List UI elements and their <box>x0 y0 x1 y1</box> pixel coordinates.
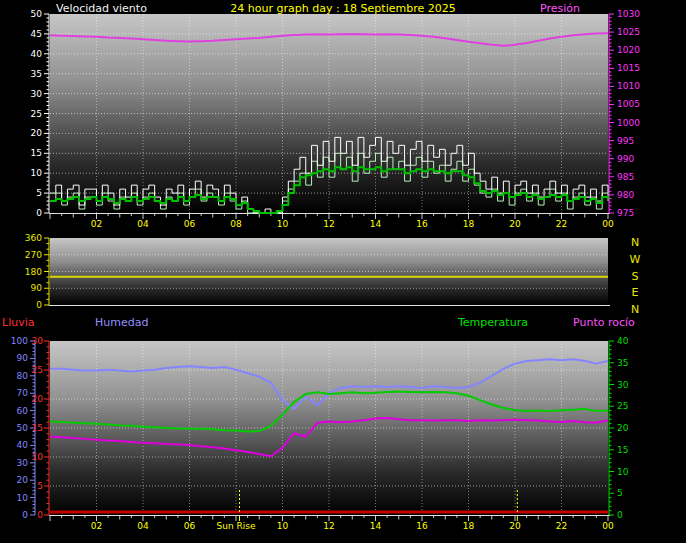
compass-letter-E-3: E <box>632 286 639 299</box>
humidity-tick-label: 0 <box>22 510 28 520</box>
pressure-tick-label: 980 <box>617 190 634 200</box>
temperature-tick-label: 5 <box>617 488 623 498</box>
humidity-tick-label: 10 <box>17 493 29 503</box>
x-tick-label-06: 06 <box>184 521 196 531</box>
pressure-tick-label: 1015 <box>617 63 640 73</box>
pressure-tick-label: 1005 <box>617 99 640 109</box>
wind-direction-tick-label: 180 <box>25 267 42 277</box>
humidity-tick-label: 90 <box>17 353 29 363</box>
x-tick-label-Sun Rise: Sun Rise <box>217 521 256 531</box>
wind-speed-tick-label: 15 <box>31 148 42 158</box>
temperature-label: Temperatura <box>458 316 528 329</box>
wind-direction-tick-label: 270 <box>25 250 42 260</box>
wind-direction-tick-label: 360 <box>25 233 42 243</box>
humidity-tick-label: 30 <box>17 458 29 468</box>
x-tick-label-14: 14 <box>370 521 382 531</box>
rain-tick-label: 0 <box>37 510 43 520</box>
humidity-tick-label: 20 <box>17 475 29 485</box>
x-tick-label-16: 16 <box>416 521 428 531</box>
humidity-tick-label: 50 <box>17 423 29 433</box>
rain-tick-label: 30 <box>32 336 44 346</box>
x-tick-label-02: 02 <box>91 521 102 531</box>
x-tick-label-06: 06 <box>184 219 196 229</box>
x-tick-label-20: 20 <box>509 219 521 229</box>
wind-direction-tick-label: 0 <box>36 300 42 310</box>
humidity-tick-label: 60 <box>17 406 29 416</box>
x-tick-label-18: 18 <box>463 521 475 531</box>
x-tick-label-00: 00 <box>602 521 614 531</box>
wind-speed-tick-label: 20 <box>31 128 43 138</box>
humidity-tick-label: 100 <box>11 336 28 346</box>
wind-speed-tick-label: 5 <box>36 188 42 198</box>
humidity-label: Humedad <box>95 316 148 329</box>
temperature-tick-label: 0 <box>617 510 623 520</box>
pressure-tick-label: 975 <box>617 208 634 218</box>
humidity-tick-label: 80 <box>17 371 29 381</box>
temperature-tick-label: 10 <box>617 467 629 477</box>
x-tick-label-12: 12 <box>323 521 334 531</box>
temperature-tick-label: 30 <box>617 380 629 390</box>
compass-letter-N-0: N <box>631 236 639 249</box>
pressure-label: Presión <box>540 2 580 15</box>
wind-speed-tick-label: 40 <box>31 49 43 59</box>
pressure-tick-label: 985 <box>617 172 634 182</box>
temperature-tick-label: 25 <box>617 401 628 411</box>
x-tick-label-22: 22 <box>556 219 567 229</box>
rain-tick-label: 25 <box>32 365 43 375</box>
rain-tick-label: 15 <box>32 423 43 433</box>
wind-speed-tick-label: 45 <box>31 29 42 39</box>
x-tick-label-12: 12 <box>323 219 334 229</box>
x-tick-label-22: 22 <box>556 521 567 531</box>
humidity-tick-label: 70 <box>17 388 29 398</box>
graph-title: 24 hour graph day : 18 Septiembre 2025 <box>0 2 686 15</box>
x-tick-label-04: 04 <box>137 219 149 229</box>
pressure-tick-label: 1000 <box>617 118 640 128</box>
wind-speed-tick-label: 30 <box>31 89 43 99</box>
temperature-tick-label: 20 <box>617 423 629 433</box>
pressure-tick-label: 990 <box>617 154 634 164</box>
charts-canvas: 0510152025303540455097598098599099510001… <box>0 0 686 543</box>
x-tick-label-14: 14 <box>370 219 382 229</box>
pressure-tick-label: 995 <box>617 136 634 146</box>
temperature-tick-label: 35 <box>617 358 628 368</box>
humidity-tick-label: 40 <box>17 440 29 450</box>
dew-point-label: Punto rocío <box>573 316 635 329</box>
compass-letter-S-2: S <box>632 270 639 283</box>
rain-tick-label: 10 <box>32 452 44 462</box>
pressure-tick-label: 1010 <box>617 81 640 91</box>
x-tick-label-08: 08 <box>230 219 242 229</box>
x-tick-label-16: 16 <box>416 219 428 229</box>
temperature-tick-label: 40 <box>617 336 629 346</box>
wind-speed-tick-label: 35 <box>31 69 42 79</box>
rain-tick-label: 5 <box>37 481 43 491</box>
rain-tick-label: 20 <box>32 394 44 404</box>
wind-speed-tick-label: 10 <box>31 168 43 178</box>
x-tick-label-00: 00 <box>602 219 614 229</box>
temperature-tick-label: 15 <box>617 445 628 455</box>
pressure-tick-label: 1020 <box>617 45 640 55</box>
x-tick-label-04: 04 <box>137 521 149 531</box>
x-tick-label-02: 02 <box>91 219 102 229</box>
wind-speed-tick-label: 0 <box>36 208 42 218</box>
weather-graph-window: 0510152025303540455097598098599099510001… <box>0 0 686 543</box>
pressure-tick-label: 1025 <box>617 27 640 37</box>
x-tick-label-10: 10 <box>277 521 289 531</box>
wind-direction-tick-label: 90 <box>31 283 43 293</box>
x-tick-label-20: 20 <box>509 521 521 531</box>
rain-label: Lluvia <box>2 316 34 329</box>
compass-letter-N-4: N <box>631 303 639 316</box>
x-tick-label-10: 10 <box>277 219 289 229</box>
compass-letter-W-1: W <box>630 253 641 266</box>
charts-svg: 0510152025303540455097598098599099510001… <box>0 0 686 543</box>
wind-speed-tick-label: 25 <box>31 109 42 119</box>
x-tick-label-18: 18 <box>463 219 475 229</box>
